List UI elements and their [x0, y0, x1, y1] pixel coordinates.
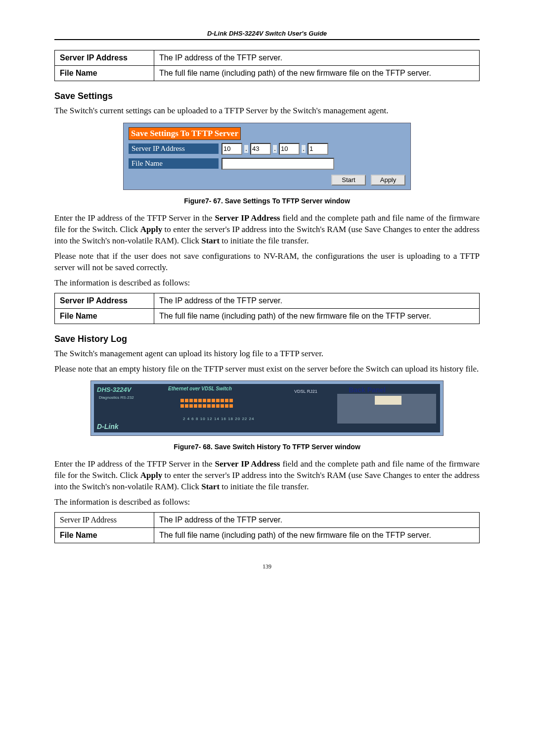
page-header: D-Link DHS-3224V Switch User's Guide	[54, 30, 480, 40]
cell-label: File Name	[55, 66, 154, 81]
paragraph: The information is described as follows:	[54, 278, 480, 289]
figure-caption: Figure7- 68. Save Switch History To TFTP…	[54, 443, 480, 451]
paragraph: Please note that if the user does not sa…	[54, 251, 480, 274]
cell-value: The full file name (including path) of t…	[154, 308, 480, 324]
cell-value: The IP address of the TFTP server.	[154, 513, 480, 528]
port-numbers: 2 4 6 8 10 12 14 16 18 20 22 24	[183, 417, 254, 421]
ip-octet-1[interactable]	[222, 143, 242, 155]
paragraph: Enter the IP address of the TFTP Server …	[54, 213, 480, 247]
ip-octet-4[interactable]	[308, 143, 328, 155]
cell-label: Server IP Address	[55, 513, 154, 528]
figure-caption: Figure7- 67. Save Settings To TFTP Serve…	[54, 197, 480, 205]
cell-value: The full file name (including path) of t…	[154, 66, 480, 81]
table-tftp-info-3: Server IP Address The IP address of the …	[54, 512, 480, 543]
heading-save-history-log: Save History Log	[54, 334, 480, 344]
ip-dot: .	[273, 145, 277, 153]
paragraph: Please note that an empty history file o…	[54, 364, 480, 375]
cell-label: Server IP Address	[55, 50, 154, 66]
diagnostics-label: Diagnostics RS-232	[99, 395, 134, 400]
page-number: 139	[54, 563, 480, 570]
switch-model-label: DHS-3224V	[97, 386, 131, 393]
led-panel	[180, 399, 233, 410]
window-title: Save Settings To TFTP Server	[129, 127, 241, 140]
back-panel-label: Back Panel	[349, 386, 386, 394]
figure-save-settings-window: Save Settings To TFTP Server Server IP A…	[123, 123, 411, 190]
cell-value: The IP address of the TFTP server.	[154, 50, 480, 66]
paragraph: The Switch's current settings can be upl…	[54, 105, 480, 117]
paragraph: The Switch's management agent can upload…	[54, 348, 480, 360]
cell-value: The IP address of the TFTP server.	[154, 293, 480, 308]
ip-octet-2[interactable]	[250, 143, 271, 155]
start-button[interactable]: Start	[331, 175, 366, 186]
figure-save-history-window: DHS-3224V Ethernet over VDSL Switch VDSL…	[90, 380, 444, 436]
heading-save-settings: Save Settings	[54, 91, 480, 101]
ip-octet-3[interactable]	[279, 143, 300, 155]
paragraph: Enter the IP address of the TFTP Server …	[54, 459, 480, 493]
cell-label: Server IP Address	[55, 293, 154, 308]
cell-label: File Name	[55, 528, 154, 543]
vdsl-rj21-label: VDSL RJ21	[294, 389, 317, 394]
table-tftp-info-2: Server IP Address The IP address of the …	[54, 293, 480, 324]
cell-label: File Name	[55, 308, 154, 324]
ip-dot: .	[302, 145, 306, 153]
switch-front-panel: DHS-3224V Ethernet over VDSL Switch VDSL…	[94, 384, 440, 432]
table-tftp-info-1: Server IP Address The IP address of the …	[54, 50, 480, 81]
label-server-ip: Server IP Address	[129, 143, 219, 154]
ip-dot: .	[244, 145, 248, 153]
file-name-input[interactable]	[222, 158, 334, 170]
cell-value: The full file name (including path) of t…	[154, 528, 480, 543]
switch-type-label: Ethernet over VDSL Switch	[168, 386, 232, 391]
stack-slot	[375, 396, 401, 405]
apply-button[interactable]: Apply	[371, 175, 405, 186]
label-file-name: File Name	[129, 158, 219, 169]
paragraph: The information is described as follows:	[54, 497, 480, 508]
brand-label: D-Link	[97, 423, 119, 430]
switch-back-panel	[337, 394, 436, 424]
